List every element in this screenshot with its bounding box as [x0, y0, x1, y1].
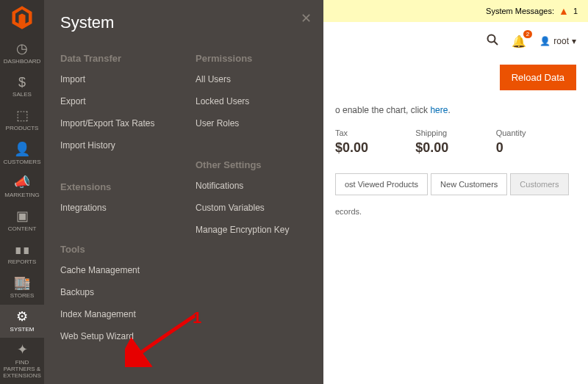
tab-most-viewed[interactable]: ost Viewed Products — [335, 173, 428, 195]
user-menu[interactable]: 👤 root ▾ — [539, 36, 576, 46]
chevron-down-icon: ▾ — [572, 36, 576, 46]
admin-nav-rail: ◷DASHBOARD $SALES ⬚PRODUCTS 👤CUSTOMERS 📣… — [0, 0, 44, 384]
close-icon[interactable]: ✕ — [301, 10, 312, 26]
menu-user-roles[interactable]: User Roles — [196, 118, 323, 128]
cube-icon: ⬚ — [16, 109, 29, 123]
tab-new-customers[interactable]: New Customers — [431, 173, 507, 195]
notifications-icon[interactable]: 🔔2 — [512, 35, 526, 48]
menu-index-management[interactable]: Index Management — [60, 309, 188, 319]
system-messages-bar[interactable]: System Messages: ▲ 1 — [323, 0, 588, 22]
svg-line-1 — [494, 41, 498, 45]
dollar-icon: $ — [18, 76, 26, 90]
group-extensions: Extensions — [60, 181, 188, 192]
system-messages-count: 1 — [573, 7, 578, 15]
menu-manage-encryption[interactable]: Manage Encryption Key — [196, 225, 323, 235]
menu-web-setup-wizard[interactable]: Web Setup Wizard — [60, 331, 188, 341]
stat-shipping: Shipping$0.00 — [415, 128, 495, 156]
chart-icon: ∎∎ — [14, 243, 30, 258]
main-content: System Messages: ▲ 1 🔔2 👤 root ▾ Reload … — [323, 0, 588, 384]
reload-data-button[interactable]: Reload Data — [500, 65, 576, 90]
nav-system[interactable]: ⚙SYSTEM — [0, 305, 44, 338]
nav-customers[interactable]: 👤CUSTOMERS — [0, 137, 44, 171]
gear-icon: ⚙ — [16, 310, 28, 325]
dashboard-tabs: ost Viewed Products New Customers Custom… — [323, 173, 588, 195]
nav-marketing[interactable]: 📣MARKETING — [0, 170, 44, 204]
stat-tax: Tax$0.00 — [335, 128, 415, 156]
group-tools: Tools — [60, 244, 188, 255]
group-other: Other Settings — [196, 159, 323, 170]
menu-custom-variables[interactable]: Custom Variables — [196, 203, 323, 213]
nav-stores[interactable]: 🏬STORES — [0, 271, 44, 305]
records-text: ecords. — [323, 195, 588, 228]
username: root — [553, 36, 569, 46]
topbar: 🔔2 👤 root ▾ — [323, 22, 588, 60]
annotation-number: 1 — [193, 308, 201, 327]
system-messages-label: System Messages: — [486, 7, 554, 15]
person-icon: 👤 — [14, 142, 30, 157]
nav-sales[interactable]: $SALES — [0, 70, 44, 104]
user-avatar-icon: 👤 — [539, 36, 551, 46]
nav-dashboard[interactable]: ◷DASHBOARD — [0, 37, 44, 70]
megaphone-icon: 📣 — [14, 175, 30, 190]
menu-backups[interactable]: Backups — [60, 287, 188, 297]
menu-integrations[interactable]: Integrations — [60, 203, 188, 213]
stats-row: Tax$0.00 Shipping$0.00 Quantity0 — [323, 128, 588, 173]
menu-cache-management[interactable]: Cache Management — [60, 265, 188, 275]
system-flyout: System ✕ Data Transfer Import Export Imp… — [44, 0, 323, 384]
store-icon: 🏬 — [14, 276, 30, 291]
chart-enable-note: o enable the chart, click here. — [323, 101, 588, 128]
menu-import-export-tax[interactable]: Import/Export Tax Rates — [60, 118, 188, 128]
magento-logo[interactable] — [9, 4, 35, 31]
warning-icon: ▲ — [559, 5, 569, 17]
nav-reports[interactable]: ∎∎REPORTS — [0, 238, 44, 272]
flyout-title: System — [60, 13, 323, 32]
nav-products[interactable]: ⬚PRODUCTS — [0, 104, 44, 137]
search-icon[interactable] — [487, 34, 498, 48]
notifications-badge: 2 — [523, 30, 532, 38]
nav-content[interactable]: ▣CONTENT — [0, 204, 44, 238]
group-permissions: Permissions — [196, 53, 323, 64]
nav-partners[interactable]: ✦FIND PARTNERS & EXTENSIONS — [0, 338, 44, 384]
menu-notifications[interactable]: Notifications — [196, 181, 323, 191]
group-data-transfer: Data Transfer — [60, 53, 188, 64]
layout-icon: ▣ — [16, 209, 29, 224]
tab-customers[interactable]: Customers — [510, 173, 568, 195]
menu-locked-users[interactable]: Locked Users — [196, 96, 323, 106]
menu-import[interactable]: Import — [60, 74, 188, 84]
menu-export[interactable]: Export — [60, 96, 188, 106]
enable-chart-link[interactable]: here — [430, 105, 448, 115]
stat-quantity: Quantity0 — [496, 128, 576, 156]
menu-all-users[interactable]: All Users — [196, 74, 323, 84]
gauge-icon: ◷ — [16, 42, 28, 57]
menu-import-history[interactable]: Import History — [60, 140, 188, 151]
partners-icon: ✦ — [17, 343, 28, 358]
